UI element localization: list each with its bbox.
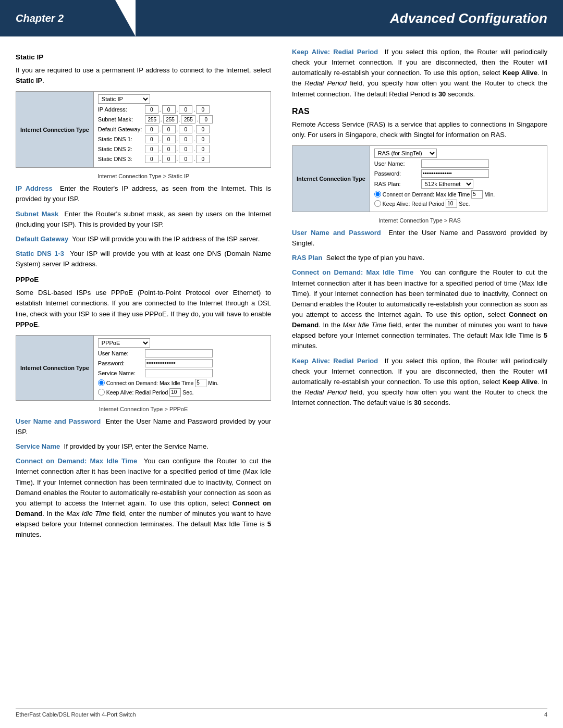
ras-keep-unit: Sec. bbox=[459, 201, 470, 207]
pppoe-connect-row: Connect on Demand: Max Idle Time Min. bbox=[98, 379, 266, 387]
d1-1[interactable] bbox=[145, 135, 158, 143]
gw3[interactable] bbox=[179, 125, 192, 133]
pppoe-type-select[interactable]: PPPoE bbox=[98, 338, 150, 348]
d2-3[interactable] bbox=[179, 145, 192, 153]
keep-alive-bold: Keep Alive bbox=[503, 69, 537, 77]
title-text: Advanced Configuration bbox=[390, 10, 547, 27]
subnet-inputs: . . . bbox=[145, 115, 213, 124]
ras-keep-radio[interactable] bbox=[374, 200, 381, 207]
ras-keep-term: Keep Alive: Redial Period bbox=[292, 357, 378, 365]
pppoe-config-type-label: Internet Connection Type bbox=[16, 336, 94, 400]
d3-3[interactable] bbox=[179, 155, 192, 163]
dns1-label: Static DNS 1: bbox=[98, 136, 145, 142]
pppoe-config-box: Internet Connection Type PPPoE User Name… bbox=[16, 335, 271, 401]
d3-2[interactable] bbox=[162, 155, 176, 163]
pppoe-connect-italic: Max Idle Time bbox=[67, 510, 110, 517]
ip1[interactable] bbox=[145, 105, 158, 114]
ras-keep-bold: Keep Alive bbox=[503, 378, 537, 386]
d1-4[interactable] bbox=[196, 135, 210, 143]
ras-config-box: Internet Connection Type RAS (for SingTe… bbox=[292, 145, 547, 212]
pppoe-caption-text: Internet Connection Type > PPPoE bbox=[99, 406, 188, 412]
ras-redial-input[interactable] bbox=[446, 200, 457, 208]
d3-1[interactable] bbox=[145, 155, 158, 163]
subnet-term: Subnet Mask bbox=[16, 210, 58, 218]
main-content: Static IP If you are required to use a p… bbox=[0, 36, 563, 560]
ip-address-inputs: . . . bbox=[145, 105, 210, 114]
pppoe-redial-input[interactable] bbox=[169, 388, 181, 397]
static-caption-text: Internet Connection Type > Static IP bbox=[97, 173, 189, 179]
ras-keep-unit-text: seconds. bbox=[423, 399, 450, 406]
ras-connect-val: 5 bbox=[544, 331, 547, 339]
dns2-row: Static DNS 2: . . . bbox=[98, 145, 266, 153]
pppoe-service-row: Service Name: bbox=[98, 369, 266, 377]
d1-3[interactable] bbox=[179, 135, 192, 143]
ras-config-type-label: Internet Connection Type bbox=[292, 146, 370, 212]
pppoe-idle-input[interactable] bbox=[195, 379, 206, 387]
ip3[interactable] bbox=[179, 105, 192, 114]
ras-keep-val: 30 bbox=[414, 399, 421, 406]
pppoe-config-right: PPPoE User Name: Password: Service Name: bbox=[94, 336, 271, 400]
keep-alive-top-para: Keep Alive: Redial Period If you select … bbox=[292, 47, 547, 100]
ras-user-input[interactable] bbox=[421, 159, 489, 168]
pppoe-pass-input[interactable] bbox=[145, 359, 213, 367]
d2-4[interactable] bbox=[196, 145, 210, 153]
gw1[interactable] bbox=[145, 125, 158, 133]
static-ip-title: Static IP bbox=[16, 53, 271, 61]
ras-pass-label: Password: bbox=[374, 170, 421, 177]
ras-type-select[interactable]: RAS (for SingTel) bbox=[374, 149, 437, 158]
ip-address-label: IP Address: bbox=[98, 106, 145, 113]
static-type-select[interactable]: Static IP bbox=[98, 94, 150, 104]
sn3[interactable] bbox=[181, 115, 195, 124]
ip-address-term: IP Address bbox=[16, 184, 53, 192]
static-dns-para: Static DNS 1-3 Your ISP will provide you… bbox=[16, 249, 271, 269]
d2-1[interactable] bbox=[145, 145, 158, 153]
ip4[interactable] bbox=[196, 105, 210, 114]
ras-intro-text: Remote Access Service (RAS) is a service… bbox=[292, 120, 547, 139]
pppoe-service-term: Service Name bbox=[16, 442, 60, 450]
ras-idle-input[interactable] bbox=[471, 190, 483, 199]
pppoe-username-para: User Name and Password Enter the User Na… bbox=[16, 416, 271, 437]
right-column: Keep Alive: Redial Period If you select … bbox=[282, 47, 547, 544]
pppoe-keep-radio[interactable] bbox=[98, 389, 105, 396]
pppoe-connect-radio[interactable] bbox=[98, 379, 105, 386]
ip2[interactable] bbox=[162, 105, 176, 114]
pppoe-service-input[interactable] bbox=[145, 369, 213, 377]
ras-caption: Internet Connection Type > RAS bbox=[292, 217, 547, 224]
gw4[interactable] bbox=[196, 125, 210, 133]
chapter-label: Chapter 2 bbox=[0, 0, 136, 36]
gw2[interactable] bbox=[162, 125, 176, 133]
d2-2[interactable] bbox=[162, 145, 176, 153]
ras-connect-unit-text: minutes. bbox=[292, 342, 317, 350]
subnet-mask-para: Subnet Mask Enter the Router's subnet ma… bbox=[16, 209, 271, 230]
pppoe-connect-unit-text: minutes. bbox=[16, 530, 41, 538]
static-ip-config-right: Static IP IP Address: . . . bbox=[94, 92, 271, 167]
sn2[interactable] bbox=[163, 115, 178, 124]
ip-address-desc: Enter the Router's IP address, as seen f… bbox=[16, 184, 271, 203]
ras-pass-input[interactable] bbox=[421, 169, 489, 178]
d3-4[interactable] bbox=[196, 155, 210, 163]
static-ip-config-box: Internet Connection Type Static IP IP Ad… bbox=[16, 91, 271, 168]
pppoe-keep-unit: Sec. bbox=[182, 389, 193, 396]
ras-connect-term: Connect on Demand: Max Idle Time bbox=[292, 268, 413, 276]
ras-connect-text2: . In the bbox=[319, 321, 340, 329]
ras-keep-para: Keep Alive: Redial Period If you select … bbox=[292, 356, 547, 409]
dns2-label: Static DNS 2: bbox=[98, 146, 145, 152]
ras-title-text: RAS bbox=[292, 107, 310, 116]
static-ip-intro-text: If you are required to use a permanent I… bbox=[16, 66, 271, 74]
ras-plan-desc: Select the type of plan you have. bbox=[326, 254, 425, 262]
ras-connect-para: Connect on Demand: Max Idle Time You can… bbox=[292, 267, 547, 351]
ras-label-text: Internet Connection Type bbox=[297, 175, 365, 182]
ras-connect-radio[interactable] bbox=[374, 191, 381, 198]
gateway-label: Default Gateway: bbox=[98, 126, 145, 132]
dns3-inputs: . . . bbox=[145, 155, 210, 163]
sn1[interactable] bbox=[145, 115, 160, 124]
sn4[interactable] bbox=[199, 115, 213, 124]
pppoe-label-text: Internet Connection Type bbox=[20, 364, 89, 372]
ras-plan-select[interactable]: 512k Ethernet bbox=[421, 179, 473, 189]
pppoe-type-row: PPPoE bbox=[98, 338, 266, 348]
ras-connect-italic: Max Idle Time bbox=[343, 321, 386, 329]
pppoe-user-input[interactable] bbox=[145, 349, 213, 357]
subnet-label: Subnet Mask: bbox=[98, 116, 145, 122]
d1-2[interactable] bbox=[162, 135, 176, 143]
gateway-row: Default Gateway: . . . bbox=[98, 125, 266, 133]
